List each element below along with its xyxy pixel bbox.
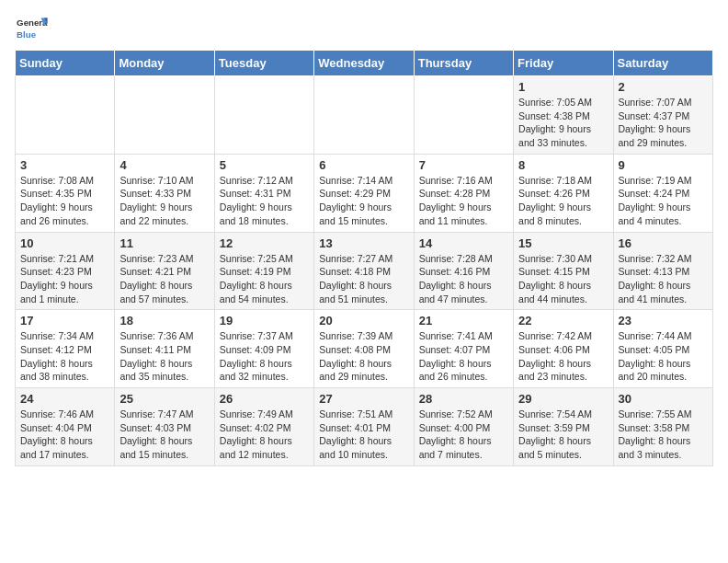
weekday-header-row: SundayMondayTuesdayWednesdayThursdayFrid… xyxy=(16,51,713,76)
day-number: 6 xyxy=(319,158,408,172)
day-info: Sunrise: 7:28 AM Sunset: 4:16 PM Dayligh… xyxy=(419,252,508,306)
day-number: 23 xyxy=(619,314,708,327)
calendar-cell: 7Sunrise: 7:16 AM Sunset: 4:28 PM Daylig… xyxy=(414,154,513,232)
day-number: 17 xyxy=(20,314,109,327)
day-number: 12 xyxy=(220,236,309,250)
day-number: 10 xyxy=(20,236,109,250)
day-number: 11 xyxy=(119,236,209,250)
day-info: Sunrise: 7:55 AM Sunset: 3:58 PM Dayligh… xyxy=(619,408,708,462)
day-number: 4 xyxy=(119,158,209,172)
calendar-cell: 11Sunrise: 7:23 AM Sunset: 4:21 PM Dayli… xyxy=(115,232,214,310)
day-info: Sunrise: 7:27 AM Sunset: 4:18 PM Dayligh… xyxy=(319,252,408,306)
calendar-cell: 3Sunrise: 7:08 AM Sunset: 4:35 PM Daylig… xyxy=(16,154,115,232)
day-number: 15 xyxy=(518,236,608,250)
day-number: 29 xyxy=(518,392,608,406)
day-number: 19 xyxy=(220,314,309,327)
day-info: Sunrise: 7:07 AM Sunset: 4:37 PM Dayligh… xyxy=(619,96,708,150)
calendar-cell: 28Sunrise: 7:52 AM Sunset: 4:00 PM Dayli… xyxy=(414,388,513,466)
day-info: Sunrise: 7:19 AM Sunset: 4:24 PM Dayligh… xyxy=(619,174,708,228)
calendar-cell: 13Sunrise: 7:27 AM Sunset: 4:18 PM Dayli… xyxy=(314,232,414,310)
weekday-header-thursday: Thursday xyxy=(414,51,513,76)
calendar-cell: 18Sunrise: 7:36 AM Sunset: 4:11 PM Dayli… xyxy=(115,310,214,388)
day-number: 25 xyxy=(119,392,209,406)
day-info: Sunrise: 7:16 AM Sunset: 4:28 PM Dayligh… xyxy=(419,174,508,228)
calendar-cell: 4Sunrise: 7:10 AM Sunset: 4:33 PM Daylig… xyxy=(115,154,214,232)
day-number: 27 xyxy=(319,392,408,406)
day-info: Sunrise: 7:34 AM Sunset: 4:12 PM Dayligh… xyxy=(20,329,109,384)
day-info: Sunrise: 7:21 AM Sunset: 4:23 PM Dayligh… xyxy=(20,252,109,306)
calendar-cell: 24Sunrise: 7:46 AM Sunset: 4:04 PM Dayli… xyxy=(16,388,115,466)
day-number: 5 xyxy=(220,158,309,172)
day-info: Sunrise: 7:54 AM Sunset: 3:59 PM Dayligh… xyxy=(518,408,608,462)
day-info: Sunrise: 7:47 AM Sunset: 4:03 PM Dayligh… xyxy=(119,408,209,462)
calendar-cell: 5Sunrise: 7:12 AM Sunset: 4:31 PM Daylig… xyxy=(214,154,313,232)
day-number: 18 xyxy=(119,314,209,327)
week-row-5: 24Sunrise: 7:46 AM Sunset: 4:04 PM Dayli… xyxy=(16,388,713,466)
day-info: Sunrise: 7:12 AM Sunset: 4:31 PM Dayligh… xyxy=(220,174,309,228)
weekday-header-saturday: Saturday xyxy=(613,51,712,76)
calendar-cell: 16Sunrise: 7:32 AM Sunset: 4:13 PM Dayli… xyxy=(613,232,712,310)
calendar-cell: 21Sunrise: 7:41 AM Sunset: 4:07 PM Dayli… xyxy=(414,310,513,388)
calendar-cell: 19Sunrise: 7:37 AM Sunset: 4:09 PM Dayli… xyxy=(214,310,313,388)
day-number: 24 xyxy=(20,392,109,406)
calendar: SundayMondayTuesdayWednesdayThursdayFrid… xyxy=(15,50,713,466)
day-info: Sunrise: 7:39 AM Sunset: 4:08 PM Dayligh… xyxy=(319,329,408,384)
day-info: Sunrise: 7:44 AM Sunset: 4:05 PM Dayligh… xyxy=(619,329,708,384)
calendar-cell: 25Sunrise: 7:47 AM Sunset: 4:03 PM Dayli… xyxy=(115,388,214,466)
calendar-cell: 26Sunrise: 7:49 AM Sunset: 4:02 PM Dayli… xyxy=(214,388,313,466)
weekday-header-monday: Monday xyxy=(115,51,214,76)
day-info: Sunrise: 7:36 AM Sunset: 4:11 PM Dayligh… xyxy=(119,329,209,384)
day-info: Sunrise: 7:49 AM Sunset: 4:02 PM Dayligh… xyxy=(220,408,309,462)
day-info: Sunrise: 7:18 AM Sunset: 4:26 PM Dayligh… xyxy=(518,174,608,228)
day-number: 13 xyxy=(319,236,408,250)
calendar-cell: 15Sunrise: 7:30 AM Sunset: 4:15 PM Dayli… xyxy=(514,232,613,310)
calendar-cell: 17Sunrise: 7:34 AM Sunset: 4:12 PM Dayli… xyxy=(16,310,115,388)
day-number: 16 xyxy=(619,236,708,250)
calendar-cell xyxy=(115,76,214,155)
day-number: 3 xyxy=(20,158,109,172)
day-number: 14 xyxy=(419,236,508,250)
calendar-cell: 2Sunrise: 7:07 AM Sunset: 4:37 PM Daylig… xyxy=(613,76,712,155)
calendar-cell xyxy=(314,76,414,155)
day-info: Sunrise: 7:08 AM Sunset: 4:35 PM Dayligh… xyxy=(20,174,109,228)
week-row-4: 17Sunrise: 7:34 AM Sunset: 4:12 PM Dayli… xyxy=(16,310,713,388)
day-info: Sunrise: 7:30 AM Sunset: 4:15 PM Dayligh… xyxy=(518,252,608,306)
day-info: Sunrise: 7:23 AM Sunset: 4:21 PM Dayligh… xyxy=(119,252,209,306)
logo: General Blue xyxy=(15,15,48,42)
logo-icon: General Blue xyxy=(15,15,48,42)
calendar-cell xyxy=(214,76,313,155)
calendar-cell: 6Sunrise: 7:14 AM Sunset: 4:29 PM Daylig… xyxy=(314,154,414,232)
weekday-header-friday: Friday xyxy=(514,51,613,76)
weekday-header-wednesday: Wednesday xyxy=(314,51,414,76)
calendar-cell: 27Sunrise: 7:51 AM Sunset: 4:01 PM Dayli… xyxy=(314,388,414,466)
day-info: Sunrise: 7:52 AM Sunset: 4:00 PM Dayligh… xyxy=(419,408,508,462)
calendar-cell: 23Sunrise: 7:44 AM Sunset: 4:05 PM Dayli… xyxy=(613,310,712,388)
day-number: 20 xyxy=(319,314,408,327)
day-info: Sunrise: 7:41 AM Sunset: 4:07 PM Dayligh… xyxy=(419,329,508,384)
day-number: 21 xyxy=(419,314,508,327)
calendar-cell xyxy=(414,76,513,155)
weekday-header-sunday: Sunday xyxy=(16,51,115,76)
calendar-cell: 1Sunrise: 7:05 AM Sunset: 4:38 PM Daylig… xyxy=(514,76,613,155)
day-number: 28 xyxy=(419,392,508,406)
day-info: Sunrise: 7:10 AM Sunset: 4:33 PM Dayligh… xyxy=(119,174,209,228)
day-number: 1 xyxy=(518,80,608,94)
day-number: 7 xyxy=(419,158,508,172)
week-row-3: 10Sunrise: 7:21 AM Sunset: 4:23 PM Dayli… xyxy=(16,232,713,310)
day-info: Sunrise: 7:32 AM Sunset: 4:13 PM Dayligh… xyxy=(619,252,708,306)
day-number: 22 xyxy=(518,314,608,327)
weekday-header-tuesday: Tuesday xyxy=(214,51,313,76)
day-number: 26 xyxy=(220,392,309,406)
svg-text:Blue: Blue xyxy=(17,29,37,40)
day-info: Sunrise: 7:46 AM Sunset: 4:04 PM Dayligh… xyxy=(20,408,109,462)
day-info: Sunrise: 7:05 AM Sunset: 4:38 PM Dayligh… xyxy=(518,96,608,150)
day-info: Sunrise: 7:14 AM Sunset: 4:29 PM Dayligh… xyxy=(319,174,408,228)
calendar-cell: 9Sunrise: 7:19 AM Sunset: 4:24 PM Daylig… xyxy=(613,154,712,232)
calendar-cell: 22Sunrise: 7:42 AM Sunset: 4:06 PM Dayli… xyxy=(514,310,613,388)
day-info: Sunrise: 7:25 AM Sunset: 4:19 PM Dayligh… xyxy=(220,252,309,306)
calendar-cell: 10Sunrise: 7:21 AM Sunset: 4:23 PM Dayli… xyxy=(16,232,115,310)
calendar-cell: 29Sunrise: 7:54 AM Sunset: 3:59 PM Dayli… xyxy=(514,388,613,466)
week-row-2: 3Sunrise: 7:08 AM Sunset: 4:35 PM Daylig… xyxy=(16,154,713,232)
week-row-1: 1Sunrise: 7:05 AM Sunset: 4:38 PM Daylig… xyxy=(16,76,713,155)
calendar-cell xyxy=(16,76,115,155)
